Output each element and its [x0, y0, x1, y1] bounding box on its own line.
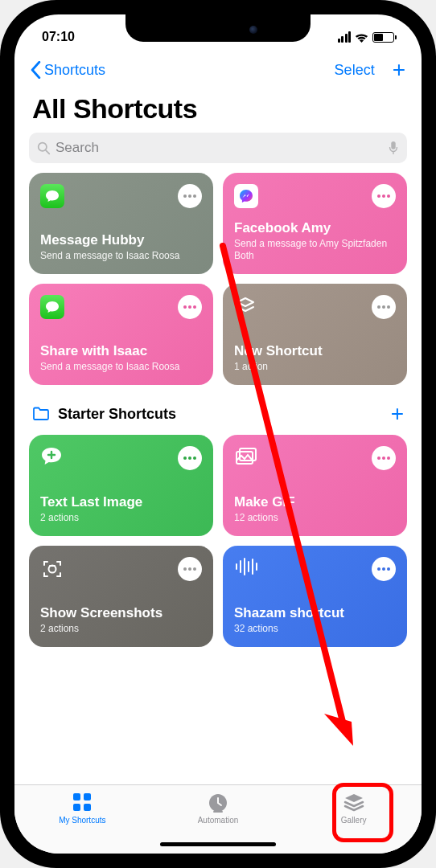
svg-line-1	[46, 150, 49, 154]
card-subtitle: Send a message to Isaac Roosa	[40, 361, 202, 374]
chevron-left-icon	[31, 61, 41, 79]
card-more-button[interactable]	[372, 295, 396, 319]
screenshot-icon	[40, 557, 64, 581]
messages-app-icon	[40, 184, 64, 208]
section-title: Starter Shortcuts	[58, 406, 176, 423]
card-more-button[interactable]	[178, 446, 202, 470]
card-more-button[interactable]	[372, 557, 396, 581]
clock-icon	[207, 792, 229, 813]
card-more-button[interactable]	[178, 184, 202, 208]
svg-rect-17	[84, 804, 91, 811]
tab-my-shortcuts[interactable]: My Shortcuts	[15, 792, 150, 854]
folder-icon	[32, 407, 50, 421]
gallery-icon	[343, 792, 365, 813]
content-area: Message Hubby Send a message to Isaac Ro…	[14, 173, 422, 647]
shortcut-card-share-isaac[interactable]: Share with Isaac Send a message to Isaac…	[29, 284, 213, 385]
card-more-button[interactable]	[372, 184, 396, 208]
svg-rect-7	[49, 565, 56, 567]
svg-rect-19	[213, 811, 223, 813]
svg-point-0	[39, 142, 47, 150]
volume-down	[0, 257, 2, 313]
card-more-button[interactable]	[178, 557, 202, 581]
svg-rect-15	[84, 793, 91, 800]
shortcut-card-shazam[interactable]: Shazam shortcut 32 actions	[223, 546, 407, 647]
search-icon	[37, 141, 51, 155]
grid-icon	[71, 792, 93, 813]
status-time: 07:10	[42, 30, 75, 44]
section-header-starter: Starter Shortcuts +	[29, 385, 407, 435]
phone-frame: 07:10 Shortcuts Select + All Shortcuts	[0, 0, 436, 868]
messenger-app-icon	[234, 184, 258, 208]
section-add-button[interactable]: +	[391, 401, 404, 427]
svg-rect-14	[73, 793, 80, 800]
card-subtitle: 2 actions	[40, 623, 202, 636]
card-title: Shazam shortcut	[234, 605, 396, 621]
shortcut-card-facebook-amy[interactable]: Facebook Amy Send a message to Amy Spitz…	[223, 173, 407, 274]
photos-stack-icon	[234, 446, 258, 470]
volume-up	[0, 185, 2, 241]
shortcut-card-text-last-image[interactable]: Text Last Image 2 actions	[29, 435, 213, 536]
card-subtitle: Send a message to Isaac Roosa	[40, 250, 202, 263]
tab-label: My Shortcuts	[59, 816, 105, 825]
cellular-signal-icon	[338, 31, 352, 43]
svg-marker-21	[324, 714, 353, 746]
shortcut-card-message-hubby[interactable]: Message Hubby Send a message to Isaac Ro…	[29, 173, 213, 274]
nav-bar: Shortcuts Select +	[14, 51, 422, 88]
select-button[interactable]: Select	[335, 62, 375, 79]
card-subtitle: 1 action	[234, 361, 396, 374]
speech-plus-icon	[40, 446, 64, 470]
waveform-icon	[234, 557, 258, 581]
tab-label: Gallery	[341, 816, 367, 825]
card-title: Facebook Amy	[234, 220, 396, 236]
tab-gallery[interactable]: Gallery	[286, 792, 421, 854]
back-button[interactable]: Shortcuts	[31, 61, 105, 79]
card-title: Show Screenshots	[40, 605, 202, 621]
notch	[125, 14, 311, 42]
page-title: All Shortcuts	[14, 88, 422, 133]
card-more-button[interactable]	[178, 295, 202, 319]
card-title: Message Hubby	[40, 232, 202, 248]
shortcut-card-new-shortcut[interactable]: New Shortcut 1 action	[223, 284, 407, 385]
svg-rect-2	[391, 141, 395, 149]
wifi-icon	[355, 32, 368, 42]
card-title: Share with Isaac	[40, 343, 202, 359]
back-label: Shortcuts	[44, 62, 105, 79]
shortcut-card-show-screenshots[interactable]: Show Screenshots 2 actions	[29, 546, 213, 647]
card-title: Text Last Image	[40, 494, 202, 510]
search-placeholder: Search	[56, 140, 388, 156]
battery-icon	[372, 32, 394, 43]
card-more-button[interactable]	[372, 446, 396, 470]
home-indicator[interactable]	[160, 842, 276, 846]
mute-switch	[0, 137, 2, 166]
tab-label: Automation	[198, 816, 239, 825]
mic-icon[interactable]	[388, 141, 399, 155]
card-title: New Shortcut	[234, 343, 396, 359]
card-subtitle: Send a message to Amy Spitzfaden Both	[234, 238, 396, 263]
search-input[interactable]: Search	[29, 133, 407, 163]
card-subtitle: 32 actions	[234, 623, 396, 636]
card-subtitle: 12 actions	[234, 512, 396, 525]
svg-rect-16	[73, 804, 80, 811]
card-title: Make GIF	[234, 494, 396, 510]
shortcut-card-make-gif[interactable]: Make GIF 12 actions	[223, 435, 407, 536]
add-shortcut-button[interactable]: +	[393, 59, 405, 81]
layers-icon	[234, 295, 258, 319]
card-subtitle: 2 actions	[40, 512, 202, 525]
starter-shortcut-grid: Text Last Image 2 actions Make GIF 12 ac…	[29, 435, 407, 647]
screen: 07:10 Shortcuts Select + All Shortcuts	[14, 14, 422, 854]
shortcut-grid: Message Hubby Send a message to Isaac Ro…	[29, 173, 407, 385]
messages-app-icon	[40, 295, 64, 319]
